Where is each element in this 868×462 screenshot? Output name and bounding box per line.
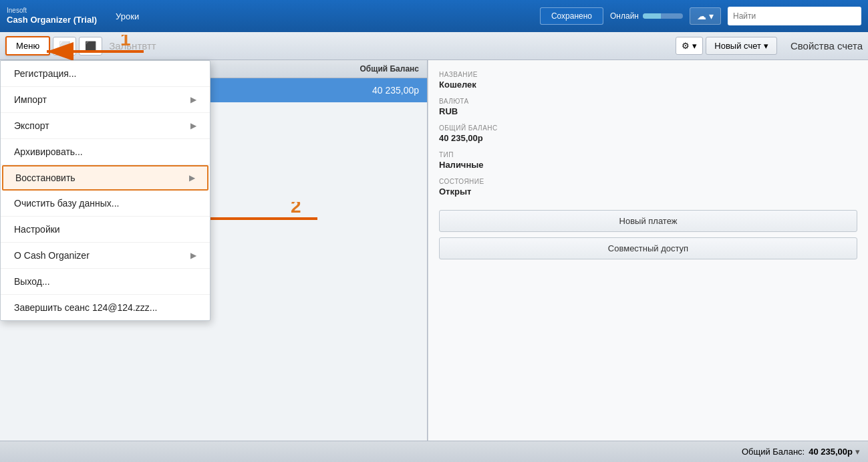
- prop-value-1: RUB: [439, 106, 857, 116]
- menu-item-label-4: Восстановить: [15, 172, 76, 183]
- menu-item-arrow-1: ▶: [190, 95, 196, 104]
- brand-main: Cash Organizer (Trial): [7, 15, 97, 25]
- status-dropdown-arrow[interactable]: ▾: [855, 447, 860, 457]
- brand-top: Inesoft: [7, 7, 97, 15]
- menu-item-6[interactable]: Настройки: [1, 217, 210, 243]
- prop-label-0: НАЗВАНИЕ: [439, 71, 857, 78]
- menu-item-label-2: Экспорт: [14, 120, 49, 131]
- toolbar: Меню ⬜ ⬛ Зальнтвтт ⚙ ▾ Новый счет ▾ Свой…: [0, 32, 868, 60]
- prop-label-2: ОБЩИЙ БАЛАНС: [439, 124, 857, 132]
- prop-group-2: ОБЩИЙ БАЛАНС40 235,00р: [439, 124, 857, 143]
- prop-value-3: Наличные: [439, 160, 857, 170]
- prop-value-4: Открыт: [439, 187, 857, 197]
- saved-button[interactable]: Сохранено: [540, 7, 603, 25]
- view-icon-1[interactable]: ⬜: [53, 37, 76, 55]
- header-bar: Inesoft Cash Organizer (Trial) Уроки Сох…: [0, 0, 868, 32]
- prop-label-1: ВАЛЮТА: [439, 98, 857, 105]
- page-title: Зальнтвтт: [109, 40, 156, 51]
- menu-item-label-7: О Cash Organizer: [14, 250, 90, 261]
- online-label: Онлайн: [610, 11, 639, 21]
- cloud-icon: ☁: [697, 11, 706, 21]
- cloud-dropdown-arrow: ▾: [709, 11, 714, 21]
- account-properties-label: Свойства счета: [790, 40, 863, 51]
- menu-item-label-1: Импорт: [14, 94, 47, 105]
- menu-item-label-3: Архивировать...: [14, 146, 83, 157]
- menu-item-7[interactable]: О Cash Organizer▶: [1, 243, 210, 269]
- shared-access-button[interactable]: Совместный доступ: [439, 237, 857, 259]
- menu-item-arrow-2: ▶: [190, 121, 196, 130]
- menu-item-label-5: Очистить базу данных...: [14, 198, 119, 209]
- menu-item-8[interactable]: Выход...: [1, 269, 210, 295]
- online-progress-fill: [643, 13, 661, 19]
- account-balance: 40 235,00р: [372, 85, 419, 96]
- new-account-button[interactable]: Новый счет ▾: [706, 37, 777, 55]
- menu-item-arrow-4: ▶: [189, 173, 195, 183]
- menu-item-4[interactable]: Восстановить▶: [2, 165, 208, 191]
- gear-button[interactable]: ⚙ ▾: [676, 37, 703, 55]
- online-status: Онлайн: [610, 11, 683, 21]
- menu-item-5[interactable]: Очистить базу данных...: [1, 191, 210, 217]
- prop-group-4: СОСТОЯНИЕОткрыт: [439, 178, 857, 197]
- prop-group-1: ВАЛЮТАRUB: [439, 98, 857, 116]
- menu-item-1[interactable]: Импорт▶: [1, 87, 210, 113]
- search-input[interactable]: [728, 7, 861, 25]
- col-balance-header: Общий Баланс: [360, 64, 419, 74]
- prop-group-3: ТИПНаличные: [439, 151, 857, 170]
- menu-item-label-6: Настройки: [14, 224, 60, 235]
- menu-button[interactable]: Меню: [5, 36, 50, 55]
- new-account-label: Новый счет: [714, 41, 761, 51]
- menu-item-label-8: Выход...: [14, 276, 50, 287]
- total-label: Общий Баланс:: [742, 447, 805, 457]
- menu-item-3[interactable]: Архивировать...: [1, 139, 210, 165]
- view-icon-2[interactable]: ⬛: [79, 37, 102, 55]
- gear-dropdown-arrow: ▾: [692, 41, 697, 51]
- properties-panel: НАЗВАНИЕКошелекВАЛЮТАRUBОБЩИЙ БАЛАНС40 2…: [428, 60, 868, 441]
- prop-value-2: 40 235,00р: [439, 133, 857, 143]
- menu-item-9[interactable]: Завершить сеанс 124@124.zzz...: [1, 295, 210, 320]
- online-progress-bar: [643, 13, 683, 19]
- prop-buttons: Новый платежСовместный доступ: [439, 210, 857, 259]
- prop-value-0: Кошелек: [439, 80, 857, 90]
- dropdown-menu: Регистрация...Импорт▶Экспорт▶Архивироват…: [0, 60, 210, 321]
- prop-label-3: ТИП: [439, 151, 857, 158]
- menu-item-label-0: Регистрация...: [14, 68, 77, 79]
- menu-item-0[interactable]: Регистрация...: [1, 61, 210, 87]
- new-account-arrow: ▾: [764, 41, 768, 51]
- prop-label-4: СОСТОЯНИЕ: [439, 178, 857, 185]
- menu-item-2[interactable]: Экспорт▶: [1, 113, 210, 139]
- gear-icon: ⚙: [682, 41, 690, 51]
- total-value: 40 235,00р: [809, 447, 853, 457]
- new-payment-button[interactable]: Новый платеж: [439, 210, 857, 232]
- prop-group-0: НАЗВАНИЕКошелек: [439, 71, 857, 90]
- brand: Inesoft Cash Organizer (Trial): [7, 7, 97, 25]
- menu-item-label-9: Завершить сеанс 124@124.zzz...: [14, 302, 157, 313]
- cloud-button[interactable]: ☁ ▾: [690, 7, 721, 25]
- status-bar: Общий Баланс: 40 235,00р ▾: [0, 441, 868, 462]
- lessons-button[interactable]: Уроки: [110, 9, 144, 24]
- menu-item-arrow-7: ▶: [190, 251, 196, 260]
